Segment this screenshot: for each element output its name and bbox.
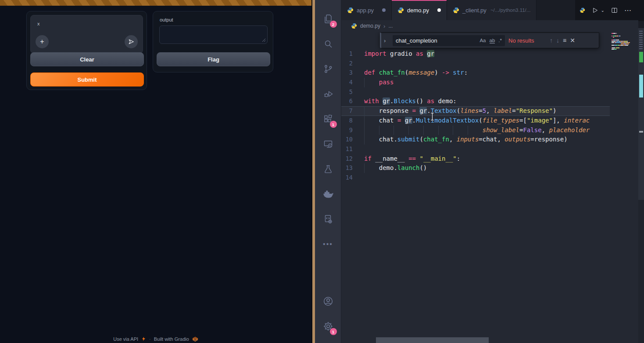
editor-actions: ⌄ ⋯ <box>575 0 638 20</box>
send-icon[interactable] <box>125 35 138 48</box>
sliver-green-marker <box>639 52 643 62</box>
regex-button[interactable]: .* <box>498 38 502 43</box>
code-token: lines <box>460 107 479 114</box>
code-token: "__main__" <box>419 155 456 162</box>
code-token: "image" <box>527 117 553 124</box>
split-editor-button[interactable] <box>611 7 618 14</box>
code-line-7[interactable]: 7 response = gr.Textbox(lines=5, label="… <box>341 106 610 116</box>
search-icon[interactable] <box>318 31 339 56</box>
indent-guide <box>408 126 409 135</box>
code-area[interactable]: 1import gradio as gr23def chat_fn(messag… <box>341 49 610 183</box>
find-input-box: Aa ab .* <box>393 35 505 46</box>
match-case-button[interactable]: Aa <box>479 38 486 43</box>
use-via-api-link[interactable]: Use via API <box>113 336 138 342</box>
code-line-4[interactable]: 4 pass <box>341 78 610 87</box>
code-line-1[interactable]: 1import gradio as gr <box>341 49 610 59</box>
editor-group: app.py demo.py _client.py ~/.../python3.… <box>341 0 638 343</box>
code-token: =response) <box>530 136 567 143</box>
code-token: interac <box>564 117 590 124</box>
code-token: , <box>542 126 549 134</box>
code-token: = <box>512 107 515 114</box>
gradio-output-column: output Flag <box>153 11 273 72</box>
run-button[interactable] <box>592 7 598 14</box>
code-token: message <box>408 69 434 76</box>
code-line-14[interactable]: 14 <box>341 173 610 183</box>
run-debug-icon[interactable] <box>318 81 339 106</box>
tab-client-py[interactable]: _client.py ~/.../python3.11/... <box>447 0 537 20</box>
clear-button[interactable]: Clear <box>30 52 144 66</box>
source-control-icon[interactable] <box>318 56 339 81</box>
more-actions-button[interactable]: ⋯ <box>624 6 632 14</box>
line-number: 11 <box>341 144 364 154</box>
breadcrumb[interactable]: demo.py › ... <box>341 20 638 32</box>
code-line-13[interactable]: 13 demo.launch() <box>341 163 610 173</box>
editor[interactable]: › Aa ab .* No results ↑ ↓ ≡ ✕ 1import gr… <box>341 32 638 343</box>
code-token: placeholder <box>549 126 590 134</box>
modified-dot[interactable] <box>382 8 386 12</box>
code-token: , <box>486 107 494 114</box>
find-previous-button[interactable]: ↑ <box>550 37 553 44</box>
find-input[interactable] <box>396 37 476 44</box>
tab-bar: app.py demo.py _client.py ~/.../python3.… <box>341 0 638 20</box>
resize-grip-icon[interactable] <box>262 38 266 42</box>
tab-demo-py[interactable]: demo.py <box>392 0 447 20</box>
toggle-replace-chevron[interactable]: › <box>384 37 389 44</box>
code-line-8[interactable]: 8 chat = gr.MultimodalTextbox(file_types… <box>341 116 610 126</box>
code-line-2[interactable]: 2 <box>341 59 610 69</box>
indent-guide <box>379 126 379 135</box>
extensions-icon[interactable]: 1 <box>318 106 339 131</box>
code-token: MultimodalTextbox <box>416 117 479 124</box>
find-next-button[interactable]: ↓ <box>556 37 559 44</box>
code-token: gr <box>405 117 412 124</box>
python-file-icon <box>453 7 459 14</box>
find-in-selection-button[interactable]: ≡ <box>563 37 566 44</box>
tab-app-py[interactable]: app.py <box>341 0 392 20</box>
python-file-icon <box>351 23 357 29</box>
find-widget: › Aa ab .* No results ↑ ↓ ≡ ✕ <box>380 32 599 48</box>
code-line-5[interactable]: 5 <box>341 87 610 97</box>
explorer-icon[interactable]: 2 <box>318 6 339 31</box>
settings-gear-icon[interactable]: 1 <box>318 314 339 339</box>
multimodal-textbox[interactable]: x + <box>30 15 143 54</box>
breadcrumb-symbol[interactable]: ... <box>388 23 393 29</box>
code-line-11[interactable]: 11 <box>341 144 610 154</box>
code-line-9[interactable]: 9 show_label=False, placeholder <box>341 126 610 135</box>
accounts-icon[interactable] <box>318 289 339 314</box>
find-close-button[interactable]: ✕ <box>570 37 575 44</box>
docker-icon[interactable] <box>318 181 339 206</box>
sliver-cyan-marker <box>639 75 643 97</box>
task-file-gear-icon[interactable] <box>318 206 339 231</box>
run-dropdown-chevron[interactable]: ⌄ <box>601 8 605 13</box>
line-content: demo.launch() <box>364 163 598 173</box>
minimap[interactable] <box>610 33 637 343</box>
modified-dot[interactable] <box>437 8 441 12</box>
code-line-6[interactable]: 6with gr.Blocks() as demo: <box>341 97 610 106</box>
sliver-viewport-line <box>639 131 643 133</box>
indent-guide <box>438 126 439 135</box>
api-lightning-icon <box>141 336 146 341</box>
remote-explorer-icon[interactable] <box>318 131 339 156</box>
line-number: 14 <box>341 173 364 183</box>
code-token: ( <box>419 136 423 143</box>
testing-beaker-icon[interactable] <box>318 156 339 181</box>
line-content: pass <box>364 78 598 87</box>
horizontal-scrollbar[interactable] <box>376 337 489 343</box>
whole-word-button[interactable]: ab <box>490 38 495 43</box>
attach-file-button[interactable]: + <box>36 35 49 48</box>
built-with-gradio-link[interactable]: Built with Gradio <box>154 336 189 342</box>
code-token: chat <box>364 117 397 124</box>
breadcrumb-file[interactable]: demo.py <box>360 23 380 29</box>
code-line-3[interactable]: 3def chat_fn(message) -> str: <box>341 68 610 78</box>
code-line-10[interactable]: 10 chat.submit(chat_fn, inputs=chat, out… <box>341 135 610 144</box>
indent-guide <box>364 126 365 135</box>
code-token: import <box>364 50 386 57</box>
more-views-icon[interactable]: ••• <box>318 231 339 256</box>
line-content: import gradio as gr <box>364 49 598 59</box>
code-line-12[interactable]: 12if __name__ == "__main__": <box>341 154 610 164</box>
gradio-app-pane: x + Clear Submit output Flag Use via API… <box>0 0 311 343</box>
output-textbox[interactable] <box>159 25 268 44</box>
flag-button[interactable]: Flag <box>157 52 270 66</box>
code-token: , <box>449 136 457 143</box>
line-number: 2 <box>341 59 364 69</box>
submit-button[interactable]: Submit <box>30 72 144 87</box>
